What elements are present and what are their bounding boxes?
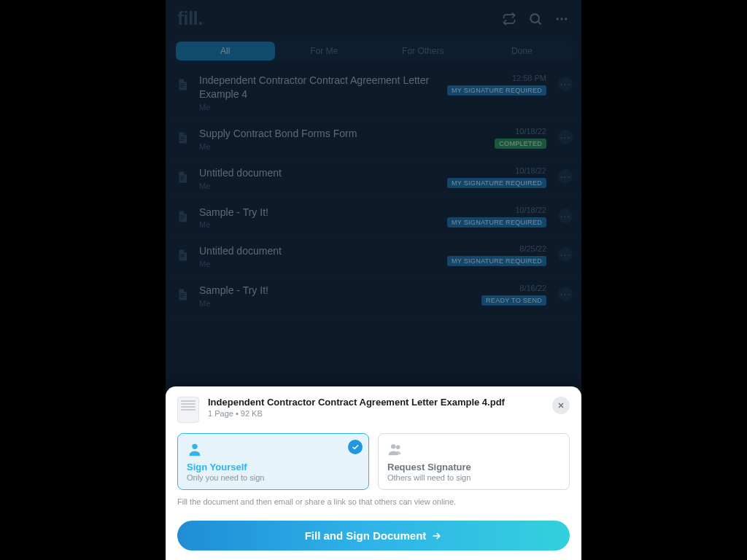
document-icon bbox=[176, 287, 190, 306]
document-owner: Me bbox=[199, 220, 438, 229]
status-badge: MY SIGNATURE REQUIRED bbox=[447, 217, 546, 228]
document-date: 10/18/22 bbox=[515, 127, 546, 136]
status-badge: MY SIGNATURE REQUIRED bbox=[447, 85, 546, 96]
svg-rect-16 bbox=[180, 254, 185, 255]
option-title: Request Signature bbox=[387, 462, 560, 472]
svg-rect-10 bbox=[180, 176, 185, 176]
document-date: 10/18/22 bbox=[515, 166, 546, 175]
row-more-button[interactable]: ··· bbox=[558, 209, 573, 223]
tab-for-me[interactable]: For Me bbox=[275, 42, 374, 61]
row-more-button[interactable]: ··· bbox=[558, 287, 573, 301]
svg-rect-11 bbox=[180, 177, 185, 178]
row-more-button[interactable]: ··· bbox=[558, 130, 573, 144]
filter-tabs: AllFor MeFor OthersDone bbox=[174, 40, 573, 62]
svg-rect-6 bbox=[180, 87, 183, 88]
document-title: Untitled document bbox=[199, 166, 438, 180]
document-title: Sample - Try It! bbox=[199, 206, 438, 219]
svg-rect-12 bbox=[180, 179, 183, 180]
svg-rect-20 bbox=[180, 295, 185, 296]
status-badge: COMPLETED bbox=[495, 139, 546, 149]
svg-rect-21 bbox=[180, 297, 183, 298]
option-subtitle: Others will need to sign bbox=[387, 473, 560, 482]
svg-rect-18 bbox=[180, 257, 183, 258]
document-icon bbox=[176, 77, 190, 96]
document-owner: Me bbox=[199, 142, 486, 151]
document-icon bbox=[176, 169, 190, 188]
status-badge: MY SIGNATURE REQUIRED bbox=[447, 256, 546, 266]
document-date: 8/16/22 bbox=[519, 284, 546, 292]
sync-icon[interactable] bbox=[501, 11, 517, 27]
arrow-right-icon bbox=[430, 530, 442, 542]
row-more-button[interactable]: ··· bbox=[558, 169, 573, 184]
cta-label: Fill and Sign Document bbox=[305, 529, 427, 542]
svg-rect-19 bbox=[180, 294, 185, 295]
svg-point-1 bbox=[557, 18, 559, 20]
tab-all[interactable]: All bbox=[176, 42, 275, 61]
svg-rect-15 bbox=[180, 219, 183, 219]
document-owner: Me bbox=[199, 299, 473, 308]
document-date: 10/18/22 bbox=[515, 206, 546, 214]
svg-rect-9 bbox=[180, 140, 183, 141]
document-date: 8/25/22 bbox=[519, 244, 546, 253]
document-title: Sample - Try It! bbox=[199, 284, 473, 298]
sheet-document-title: Independent Contractor Contract Agreemen… bbox=[208, 397, 543, 408]
svg-rect-13 bbox=[180, 215, 185, 216]
svg-point-23 bbox=[391, 444, 395, 448]
document-list: Independent Contractor Contract Agreemen… bbox=[166, 66, 581, 316]
document-date: 12:58 PM bbox=[512, 74, 546, 82]
row-more-button[interactable]: ··· bbox=[558, 247, 573, 262]
svg-rect-5 bbox=[180, 85, 185, 86]
check-icon bbox=[348, 440, 363, 454]
search-icon[interactable] bbox=[527, 11, 543, 27]
document-row[interactable]: Independent Contractor Contract Agreemen… bbox=[166, 66, 581, 120]
document-icon bbox=[177, 397, 199, 423]
document-row[interactable]: Supply Contract Bond Forms FormMe10/18/2… bbox=[166, 120, 581, 159]
document-icon bbox=[176, 209, 190, 228]
document-row[interactable]: Untitled documentMe8/25/22MY SIGNATURE R… bbox=[166, 237, 581, 276]
request-signature-option[interactable]: Request Signature Others will need to si… bbox=[378, 433, 570, 490]
document-row[interactable]: Sample - Try It!Me10/18/22MY SIGNATURE R… bbox=[166, 198, 581, 238]
svg-point-22 bbox=[192, 444, 197, 449]
svg-point-24 bbox=[396, 446, 400, 450]
action-sheet: Independent Contractor Contract Agreemen… bbox=[166, 386, 581, 560]
document-owner: Me bbox=[199, 260, 438, 268]
row-more-button[interactable]: ··· bbox=[558, 77, 573, 91]
tab-done[interactable]: Done bbox=[473, 42, 572, 61]
svg-rect-7 bbox=[180, 136, 185, 137]
app-logo: fill. bbox=[177, 7, 203, 30]
svg-point-3 bbox=[565, 18, 567, 20]
more-icon[interactable] bbox=[554, 11, 570, 27]
svg-rect-17 bbox=[180, 256, 185, 257]
sign-yourself-option[interactable]: Sign Yourself Only you need to sign bbox=[177, 433, 369, 490]
option-title: Sign Yourself bbox=[187, 462, 360, 472]
document-title: Independent Contractor Contract Agreemen… bbox=[199, 74, 438, 101]
document-title: Untitled document bbox=[199, 244, 438, 258]
sheet-document-meta: 1 Page • 92 KB bbox=[208, 409, 543, 418]
svg-point-0 bbox=[530, 14, 539, 23]
tab-for-others[interactable]: For Others bbox=[374, 42, 473, 61]
svg-rect-14 bbox=[180, 217, 185, 217]
option-subtitle: Only you need to sign bbox=[187, 473, 360, 482]
user-icon bbox=[187, 441, 203, 457]
svg-rect-8 bbox=[180, 139, 185, 139]
group-icon bbox=[387, 441, 403, 457]
fill-and-sign-button[interactable]: Fill and Sign Document bbox=[177, 521, 570, 551]
status-badge: MY SIGNATURE REQUIRED bbox=[447, 178, 546, 188]
document-row[interactable]: Untitled documentMe10/18/22MY SIGNATURE … bbox=[166, 159, 581, 198]
svg-rect-4 bbox=[180, 84, 185, 85]
document-title: Supply Contract Bond Forms Form bbox=[199, 127, 486, 141]
document-icon bbox=[176, 130, 190, 149]
document-owner: Me bbox=[199, 182, 438, 190]
close-button[interactable] bbox=[552, 397, 570, 414]
help-text: Fill the document and then email or shar… bbox=[166, 496, 581, 512]
document-owner: Me bbox=[199, 103, 438, 112]
document-row[interactable]: Sample - Try It!Me8/16/22READY TO SEND··… bbox=[166, 276, 581, 316]
document-icon bbox=[176, 247, 190, 266]
svg-point-2 bbox=[560, 18, 562, 20]
status-badge: READY TO SEND bbox=[481, 295, 546, 306]
